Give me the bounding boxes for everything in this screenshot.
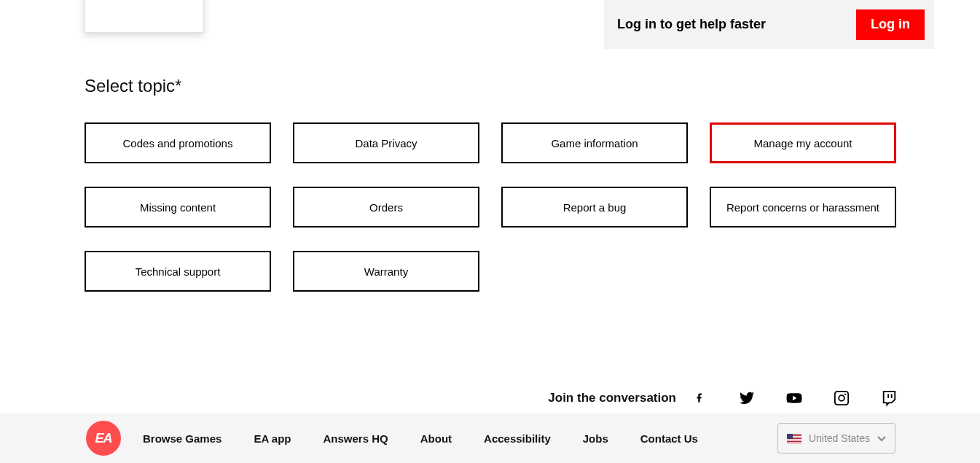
topic-option[interactable]: Codes and promotions: [85, 122, 271, 163]
game-card-fragment: [85, 0, 204, 33]
svg-point-0: [839, 395, 844, 401]
instagram-icon[interactable]: [831, 389, 852, 407]
footer-link[interactable]: EA app: [254, 432, 291, 445]
ea-logo-text: EA: [95, 431, 111, 446]
footer-link[interactable]: Answers HQ: [324, 432, 388, 445]
topic-grid: Codes and promotionsData PrivacyGame inf…: [85, 122, 897, 292]
main-content: Select topic* Codes and promotionsData P…: [85, 76, 897, 292]
topic-option[interactable]: Warranty: [293, 251, 479, 292]
topic-label: Orders: [369, 201, 403, 214]
login-banner: Log in to get help faster Log in: [604, 0, 934, 49]
footer-bar: EA Browse GamesEA appAnswers HQAboutAcce…: [0, 413, 980, 463]
topic-option[interactable]: Report concerns or harassment: [710, 187, 896, 227]
topic-label: Report a bug: [563, 201, 627, 214]
topic-option[interactable]: Manage my account: [710, 122, 896, 163]
login-banner-message: Log in to get help faster: [617, 17, 766, 32]
topic-label: Warranty: [364, 265, 408, 278]
facebook-icon[interactable]: [689, 389, 710, 407]
footer-link[interactable]: Browse Games: [143, 432, 222, 445]
topic-label: Technical support: [136, 265, 221, 278]
footer-link[interactable]: Jobs: [583, 432, 608, 445]
topic-label: Manage my account: [753, 137, 852, 149]
region-selector[interactable]: United States: [777, 423, 895, 454]
twitter-icon[interactable]: [736, 389, 758, 407]
topic-option[interactable]: Orders: [293, 187, 479, 227]
topic-option[interactable]: Report a bug: [501, 187, 688, 227]
footer-link[interactable]: Accessibility: [484, 432, 551, 445]
social-label: Join the conversation: [548, 391, 676, 405]
topic-option[interactable]: Missing content: [85, 187, 271, 227]
twitch-icon[interactable]: [878, 389, 900, 407]
region-label: United States: [809, 432, 870, 444]
topic-option[interactable]: Technical support: [85, 251, 271, 292]
topic-option[interactable]: Game information: [501, 122, 688, 163]
ea-logo[interactable]: EA: [86, 421, 121, 456]
login-button[interactable]: Log in: [856, 9, 925, 40]
topic-label: Report concerns or harassment: [726, 201, 879, 214]
topic-label: Game information: [551, 137, 638, 149]
footer-link[interactable]: Contact Us: [640, 432, 698, 445]
topic-label: Missing content: [140, 201, 216, 214]
social-row: Join the conversation: [548, 389, 900, 407]
chevron-down-icon: [877, 432, 886, 445]
topic-option[interactable]: Data Privacy: [293, 122, 479, 163]
youtube-icon[interactable]: [783, 389, 805, 407]
topic-label: Codes and promotions: [123, 137, 233, 149]
topic-label: Data Privacy: [355, 137, 417, 149]
svg-point-1: [844, 394, 846, 395]
footer-link[interactable]: About: [420, 432, 452, 445]
footer-links: Browse GamesEA appAnswers HQAboutAccessi…: [143, 432, 698, 445]
select-topic-heading: Select topic*: [85, 76, 897, 96]
flag-icon: [787, 434, 801, 443]
